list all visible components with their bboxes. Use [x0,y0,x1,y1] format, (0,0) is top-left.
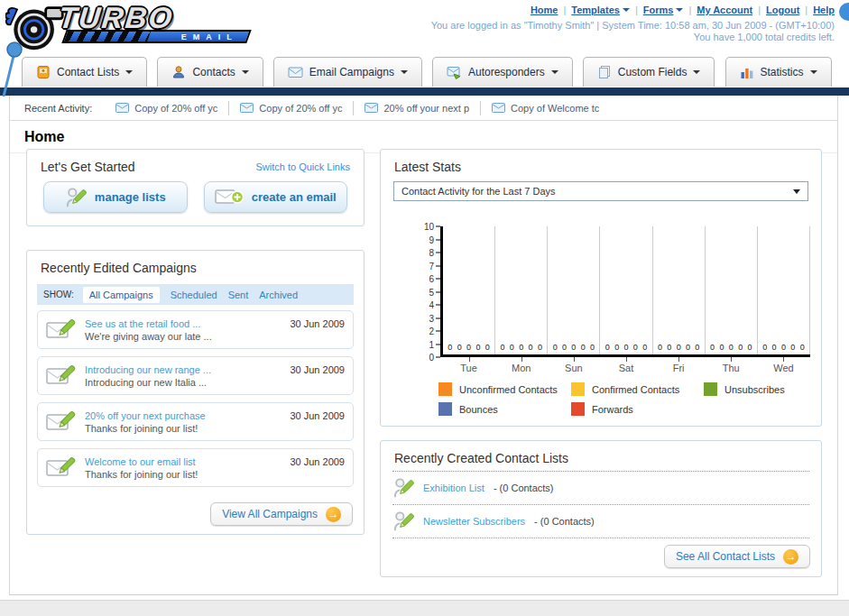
logo-stripes [64,32,151,41]
contact-list-count: - (0 Contacts) [494,483,554,493]
tab-label: Statistics [761,66,804,78]
top-nav-home[interactable]: Home [531,5,558,15]
filter-sent[interactable]: Sent [228,290,249,300]
pages-icon [597,65,612,79]
get-started-panel: Let's Get Started Switch to Quick Links … [26,149,365,226]
legend-item: Confirmed Contacts [571,382,704,396]
data-value-labels: 00000 [443,343,494,352]
view-all-campaigns-label: View All Campaigns [222,508,318,520]
tab-contacts[interactable]: Contacts [157,57,263,87]
tab-statistics[interactable]: Statistics [725,57,832,87]
login-info: You are logged in as "Timothy Smith" | S… [431,20,835,31]
campaign-link[interactable]: Introducing our new range ... [85,363,211,376]
address-book-icon [36,65,51,79]
see-all-contact-lists-button[interactable]: See All Contact Lists → [664,545,810,568]
y-axis-label: 3 [429,313,440,323]
show-label: SHOW: [43,290,74,299]
campaigns-title: Recently Edited Campaigns [41,261,197,275]
top-nav-logout[interactable]: Logout [766,5,799,15]
manage-lists-button[interactable]: manage lists [43,181,188,213]
x-axis-label: Tue [443,363,494,373]
tab-custom-fields[interactable]: Custom Fields [583,57,715,87]
legend-item: Bounces [438,402,571,416]
separator: | [688,5,691,15]
x-axis-label: Wed [758,363,809,373]
campaign-link[interactable]: See us at the retail food ... [85,317,212,330]
person-pencil-icon [392,510,414,533]
latest-stats-title: Latest Stats [394,160,461,174]
y-axis-label: 10 [424,222,440,232]
divider [392,538,809,538]
person-icon [171,65,186,79]
create-email-label: create an email [252,190,337,204]
logo-subtitle: EMAIL [181,32,238,41]
recent-activity-bar: Recent Activity: Copy of 20% off yc Copy… [10,96,837,121]
separator: | [563,5,566,15]
chevron-down-icon [693,70,700,74]
contact-activity-chart: 012345678910 00000Tue00000Mon00000Sun000… [419,226,810,357]
x-axis-tick [626,357,627,362]
chevron-down-icon [551,70,558,74]
envelope-arrow-icon [447,66,462,79]
recent-activity-item[interactable]: 20% off your next p [354,101,481,115]
stats-dropdown[interactable]: Contact Activity for the Last 7 Days [393,181,808,201]
x-axis-tick [521,357,522,362]
contact-list-link[interactable]: Newsletter Subscribers [423,516,525,527]
campaign-subject: Thanks for joining our list! [85,423,198,434]
see-all-contact-lists-label: See All Contact Lists [676,550,775,563]
chevron-down-icon [793,189,800,194]
campaign-date: 30 Jun 2009 [290,408,345,421]
recent-activity-item[interactable]: Copy of 20% off yc [229,101,354,115]
data-value-labels: 00000 [600,343,651,352]
envelope-pencil-icon [46,455,77,480]
data-value-labels: 00000 [495,343,547,352]
tab-label: Custom Fields [618,66,688,78]
contact-list-row: Exhibition List - (0 Contacts) [381,472,821,504]
create-email-button[interactable]: create an email [204,181,348,213]
chevron-down-icon [401,70,408,74]
envelope-icon [492,103,505,113]
contact-lists-title: Recently Created Contact Lists [394,451,568,465]
chevron-down-icon [125,70,133,74]
contact-lists-panel: Recently Created Contact Lists Exhibitio… [380,440,822,577]
bar-chart-icon [740,66,754,79]
recent-activity-item[interactable]: Copy of Welcome tc [481,101,610,115]
tab-email-campaigns[interactable]: Email Campaigns [273,57,422,87]
main-nav-tabs: Contact Lists Contacts Email Campaigns A… [0,57,849,87]
chart-legend: Unconfirmed ContactsConfirmed ContactsUn… [438,382,840,422]
recent-activity-item[interactable]: Copy of 20% off yc [105,101,229,115]
y-axis-label: 4 [429,300,440,310]
data-value-labels: 00000 [706,343,757,352]
y-axis-label: 0 [429,353,440,363]
contact-list-link[interactable]: Exhibition List [423,483,484,493]
campaign-link[interactable]: Welcome to our email list [85,455,198,468]
envelope-icon [365,103,378,113]
envelope-plus-icon [215,188,244,207]
footer-bar [0,600,849,616]
filter-scheduled[interactable]: Scheduled [171,290,217,300]
header: TURBO EMAIL Home|Templates |Forms |My Ac… [0,0,849,56]
logo-title: TURBO [57,5,250,32]
tab-contact-lists[interactable]: Contact Lists [22,57,147,87]
top-nav-help[interactable]: Help [813,5,835,15]
top-nav-forms[interactable]: Forms [643,5,684,15]
campaign-link[interactable]: 20% off your next purchase [85,409,206,422]
campaign-row: Introducing our new range ... Introducin… [37,356,354,395]
x-axis-tick [678,357,679,362]
app-logo[interactable]: TURBO EMAIL [5,3,249,53]
help-bubble-icon[interactable] [839,3,849,21]
tab-autoresponders[interactable]: Autoresponders [432,57,573,87]
switch-quick-links[interactable]: Switch to Quick Links [255,161,350,172]
filter-archived[interactable]: Archived [259,290,298,300]
top-nav-templates[interactable]: Templates [571,5,630,15]
legend-item: Unsubscribes [704,382,836,396]
campaign-date: 30 Jun 2009 [290,454,345,467]
campaign-subject: Thanks for joining our list! [85,469,198,480]
filter-all-campaigns[interactable]: All Campaigns [83,287,160,303]
data-value-labels: 00000 [548,343,599,352]
view-all-campaigns-button[interactable]: View All Campaigns → [210,502,353,526]
top-nav-my-account[interactable]: My Account [697,5,752,15]
legend-swatch [438,402,452,416]
chart-plot: 00000Tue00000Mon00000Sun00000Sat00000Fri… [440,226,810,357]
y-axis-label: 7 [429,261,440,271]
